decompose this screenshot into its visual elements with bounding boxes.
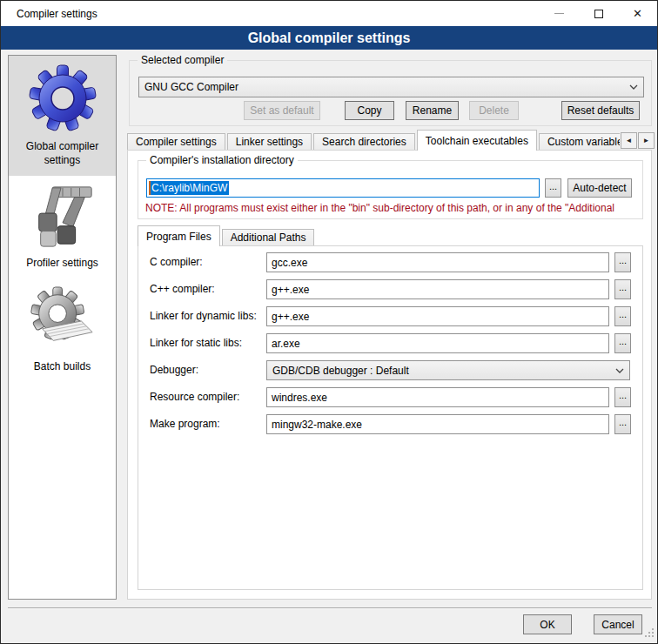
arrow-left-icon: ◄ [626,137,633,144]
dialog-header-title: Global compiler settings [248,30,411,46]
maximize-button[interactable] [579,1,618,26]
dynamic-linker-label: Linker for dynamic libs: [150,310,257,322]
window-title: Compiler settings [1,8,97,20]
debugger-row: Debugger: GDB/CDB debugger : Default [138,360,642,380]
sidebar-item-label: Batch builds [34,359,91,373]
tab-custom-variables[interactable]: Custom variables [539,133,620,151]
program-files-tab-bar: Program Files Additional Paths [138,225,316,246]
c-compiler-browse-button[interactable]: ... [614,252,631,272]
compiler-settings-dialog: Compiler settings ✕ Global compiler sett… [0,0,658,644]
set-as-default-button[interactable]: Set as default [244,101,320,120]
program-files-panel: C compiler: gcc.exe ... C++ compiler: g+… [138,245,643,590]
make-program-browse-button[interactable]: ... [614,414,631,434]
tab-program-files[interactable]: Program Files [138,225,220,246]
settings-category-list: Global compiler settings [8,55,117,600]
browse-directory-button[interactable]: ... [545,178,561,198]
debugger-select[interactable]: GDB/CDB debugger : Default [266,360,630,380]
installation-directory-group: Compiler's installation directory C:\ray… [138,160,643,219]
make-program-row: Make program: mingw32-make.exe ... [138,414,642,434]
static-linker-browse-button[interactable]: ... [614,333,631,353]
resize-grip[interactable] [644,627,655,641]
minimize-button[interactable] [540,1,579,26]
sidebar-item-profiler-settings[interactable]: Profiler settings [9,176,116,278]
selected-compiler-group: Selected compiler GNU GCC Compiler Set a… [129,60,652,126]
dynamic-linker-browse-button[interactable]: ... [614,306,631,326]
dynamic-linker-input[interactable]: g++.exe [266,306,609,326]
sidebar-item-label: Profiler settings [26,256,98,270]
tab-scroll-right-button[interactable]: ► [638,132,655,149]
c-compiler-row: C compiler: gcc.exe ... [138,252,642,272]
c-compiler-label: C compiler: [150,256,203,268]
debugger-select-value: GDB/CDB debugger : Default [267,365,610,377]
rename-button[interactable]: Rename [406,101,459,120]
maximize-icon [594,10,603,18]
static-linker-row: Linker for static libs: ar.exe ... [138,333,642,353]
tab-compiler-settings[interactable]: Compiler settings [127,133,225,151]
resource-compiler-row: Resource compiler: windres.exe ... [138,387,642,407]
copy-button[interactable]: Copy [345,101,394,120]
tab-additional-paths[interactable]: Additional Paths [222,229,315,246]
caliper-icon [29,183,97,251]
ok-button[interactable]: OK [523,614,572,634]
gray-gear-stack-icon [29,286,97,354]
installation-directory-value: C:\raylib\MinGW [151,181,229,195]
reset-defaults-button[interactable]: Reset defaults [561,101,640,120]
resource-compiler-browse-button[interactable]: ... [614,387,631,407]
settings-tab-bar: Compiler settings Linker settings Search… [127,130,620,151]
c-compiler-input[interactable]: gcc.exe [266,252,609,272]
cpp-compiler-browse-button[interactable]: ... [614,279,631,299]
close-icon: ✕ [633,8,642,19]
tab-toolchain-executables[interactable]: Toolchain executables [417,130,537,151]
cpp-compiler-label: C++ compiler: [150,283,215,295]
cpp-compiler-row: C++ compiler: g++.exe ... [138,279,642,299]
sidebar-item-batch-builds[interactable]: Batch builds [9,279,116,382]
compiler-select[interactable]: GNU GCC Compiler [138,77,644,97]
debugger-label: Debugger: [150,364,198,376]
dynamic-linker-row: Linker for dynamic libs: g++.exe ... [138,306,642,326]
static-linker-input[interactable]: ar.exe [266,333,609,353]
arrow-right-icon: ► [643,137,650,144]
make-program-input[interactable]: mingw32-make.exe [266,414,609,434]
chevron-down-icon [624,84,643,90]
minimize-icon [554,13,564,14]
dialog-header: Global compiler settings [1,26,657,50]
toolchain-executables-page: Compiler's installation directory C:\ray… [127,150,652,600]
sidebar-item-label: Global compiler settings [12,139,112,167]
title-bar[interactable]: Compiler settings ✕ [1,1,657,26]
delete-button[interactable]: Delete [469,101,519,120]
installation-directory-input[interactable]: C:\raylib\MinGW [146,178,540,198]
sidebar-item-global-compiler-settings[interactable]: Global compiler settings [9,56,116,176]
tab-scroll-left-button[interactable]: ◄ [621,132,637,149]
window-controls: ✕ [540,1,657,26]
cancel-button[interactable]: Cancel [594,614,642,634]
cpp-compiler-input[interactable]: g++.exe [266,279,609,299]
make-program-label: Make program: [150,418,220,430]
close-button[interactable]: ✕ [618,1,657,26]
blue-gear-icon [27,63,98,134]
tab-linker-settings[interactable]: Linker settings [227,133,312,151]
footer-divider [8,607,652,609]
installation-directory-group-label: Compiler's installation directory [146,154,298,166]
auto-detect-button[interactable]: Auto-detect [567,178,632,198]
static-linker-label: Linker for static libs: [150,337,242,349]
compiler-select-value: GNU GCC Compiler [139,81,624,93]
dialog-body: Global compiler settings [1,50,657,643]
selected-compiler-group-label: Selected compiler [138,54,227,66]
tab-search-directories[interactable]: Search directories [313,133,415,151]
bin-subdirectory-note: NOTE: All programs must exist either in … [145,202,641,214]
resource-compiler-input[interactable]: windres.exe [266,387,609,407]
resource-compiler-label: Resource compiler: [150,391,239,403]
chevron-down-icon [610,368,629,373]
